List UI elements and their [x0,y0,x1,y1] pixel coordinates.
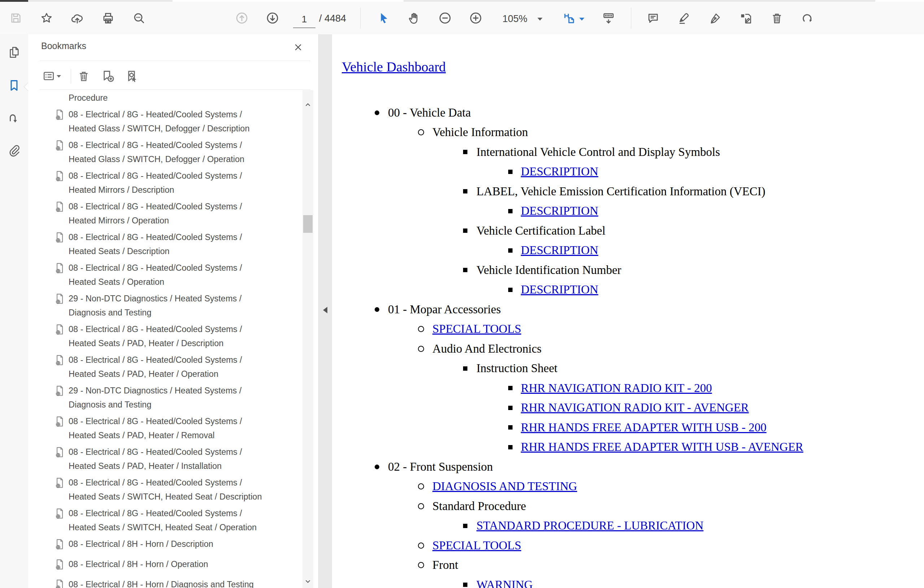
outline-link[interactable]: RHR NAVIGATION RADIO KIT - AVENGER [521,401,749,415]
locate-bookmark-icon [125,69,139,83]
bookmark-item[interactable]: 08 - Electrical / 8G - Heated/Cooled Sys… [28,322,302,350]
scroll-down-icon[interactable] [304,578,312,585]
fit-width-button[interactable] [559,8,579,28]
bookmark-item[interactable]: 08 - Electrical / 8H - Horn / Diagnosis … [28,578,302,588]
new-bookmark-button[interactable] [100,68,116,84]
star-button[interactable] [37,8,56,28]
page-number-input[interactable] [293,11,315,28]
outline-item[interactable]: STANDARD PROCEDURE - LUBRICATION [342,516,923,536]
outline-item[interactable]: DESCRIPTION [342,202,923,221]
outline-item[interactable]: RHR NAVIGATION RADIO KIT - 200 [342,378,923,398]
outline-item[interactable]: DIAGNOSIS AND TESTING [342,477,923,497]
delete-button[interactable] [767,8,787,28]
search-button[interactable] [129,8,149,28]
bookmark-item[interactable]: 08 - Electrical / 8G - Heated/Cooled Sys… [28,476,302,504]
outline-link[interactable]: WARNING [477,578,533,588]
sign-icon [708,12,722,25]
outline-bullet-icon [418,543,424,548]
bookmark-item[interactable]: 08 - Electrical / 8G - Heated/Cooled Sys… [28,169,302,197]
bookmark-item[interactable]: 29 - Non-DTC Diagnostics / Heated System… [28,384,302,412]
bookmark-item[interactable]: 08 - Electrical / 8G - Heated/Cooled Sys… [28,506,302,535]
attachments-icon [8,144,21,157]
select-tool-button[interactable] [374,8,393,28]
bookmark-item-label: 08 - Electrical / 8H - Horn / Diagnosis … [69,580,254,588]
bookmark-options-button[interactable] [40,68,63,84]
sign-button[interactable] [705,8,725,28]
outline-link[interactable]: RHR HANDS FREE ADAPTER WITH USB - AVENGE… [521,440,804,454]
outline-item[interactable]: SPECIAL TOOLS [342,536,923,555]
outline-link[interactable]: DESCRIPTION [521,165,599,178]
comment-button[interactable] [643,8,663,28]
outline-link[interactable]: DIAGNOSIS AND TESTING [432,480,577,493]
bookmark-item[interactable]: 08 - Electrical / 8G - Heated/Cooled Sys… [28,415,302,443]
outline-item[interactable]: RHR HANDS FREE ADAPTER WITH USB - AVENGE… [342,438,923,458]
options-icon [42,70,55,83]
nav-page-thumbnails[interactable] [4,43,24,62]
zoom-in-button[interactable] [466,8,485,28]
outline-link[interactable]: DESCRIPTION [521,244,599,257]
highlight-button[interactable] [675,8,694,28]
bookmark-item[interactable]: Procedure [28,91,302,105]
outline-item[interactable]: WARNING [342,575,923,588]
collapse-panel-button[interactable] [322,306,329,314]
outline-bullet-icon [463,189,467,193]
bookmark-item-label: 08 - Electrical / 8H - Horn / Descriptio… [69,539,213,548]
share-cloud-icon [70,11,84,25]
zoom-out-button[interactable] [435,8,455,28]
bookmark-item[interactable]: 08 - Electrical / 8G - Heated/Cooled Sys… [28,353,302,381]
outline-bullet-icon [463,583,467,587]
panel-close-button[interactable] [290,40,306,55]
outline-link[interactable]: RHR HANDS FREE ADAPTER WITH USB - 200 [521,421,767,434]
locate-bookmark-button[interactable] [124,68,140,84]
outline-label: Front [432,558,459,572]
bookmark-scrollbar[interactable] [302,90,313,588]
zoom-caret-icon[interactable] [538,18,543,21]
bookmark-item[interactable]: 08 - Electrical / 8G - Heated/Cooled Sys… [28,261,302,289]
rotate-button[interactable] [797,8,817,28]
outline-item[interactable]: RHR NAVIGATION RADIO KIT - AVENGER [342,398,923,418]
print-button[interactable] [98,8,118,28]
outline-link[interactable]: DESCRIPTION [521,283,599,296]
fill-sign-button[interactable] [736,8,756,28]
document-title-link[interactable]: Vehicle Dashboard [342,59,446,75]
fit-width-caret-icon[interactable] [579,18,584,21]
save-button[interactable] [6,8,26,28]
nav-attachments[interactable] [4,141,24,161]
outline-link[interactable]: RHR NAVIGATION RADIO KIT - 200 [521,382,712,395]
bookmark-item[interactable]: 29 - Non-DTC Diagnostics / Heated System… [28,292,302,320]
panel-toolbar-separator [71,69,71,83]
bookmark-item-label: 08 - Electrical / 8G - Heated/Cooled Sys… [69,202,242,225]
bookmark-item[interactable]: 08 - Electrical / 8G - Heated/Cooled Sys… [28,138,302,167]
outline-link[interactable]: DESCRIPTION [521,204,599,218]
share-cloud-button[interactable] [68,8,87,28]
outline-item[interactable]: DESCRIPTION [342,162,923,182]
outline-link[interactable]: SPECIAL TOOLS [432,539,521,552]
outline-link[interactable]: SPECIAL TOOLS [432,322,521,336]
bookmark-item-label: 08 - Electrical / 8G - Heated/Cooled Sys… [69,233,242,256]
bookmark-item[interactable]: 08 - Electrical / 8H - Horn / Operation [28,557,302,571]
toolbar-collapse-button[interactable] [599,8,618,28]
next-page-button[interactable] [263,8,282,28]
scrollbar-thumb[interactable] [303,215,313,233]
previous-page-button[interactable] [232,8,252,28]
select-tool-icon [377,12,390,25]
outline-item[interactable]: DESCRIPTION [342,241,923,261]
outline-item: Standard Procedure [342,496,923,516]
nav-destinations[interactable] [4,109,24,128]
delete-bookmark-button[interactable] [76,68,92,84]
bookmark-item-label: 08 - Electrical / 8G - Heated/Cooled Sys… [69,509,257,532]
outline-link[interactable]: STANDARD PROCEDURE - LUBRICATION [477,519,703,532]
scroll-up-icon[interactable] [304,101,312,108]
bookmark-item[interactable]: 08 - Electrical / 8H - Horn / Descriptio… [28,537,302,551]
outline-item[interactable]: SPECIAL TOOLS [342,319,923,339]
outline-item[interactable]: DESCRIPTION [342,280,923,300]
bookmark-item[interactable]: 08 - Electrical / 8G - Heated/Cooled Sys… [28,445,302,473]
nav-bookmarks[interactable] [4,76,24,95]
bookmark-item[interactable]: 08 - Electrical / 8G - Heated/Cooled Sys… [28,107,302,136]
zoom-in-icon [469,11,483,25]
bookmark-item[interactable]: 08 - Electrical / 8G - Heated/Cooled Sys… [28,200,302,228]
hand-tool-button[interactable] [404,8,424,28]
zoom-level-dropdown[interactable]: 105% [502,13,527,25]
bookmark-item[interactable]: 08 - Electrical / 8G - Heated/Cooled Sys… [28,230,302,258]
outline-item[interactable]: RHR HANDS FREE ADAPTER WITH USB - 200 [342,418,923,438]
